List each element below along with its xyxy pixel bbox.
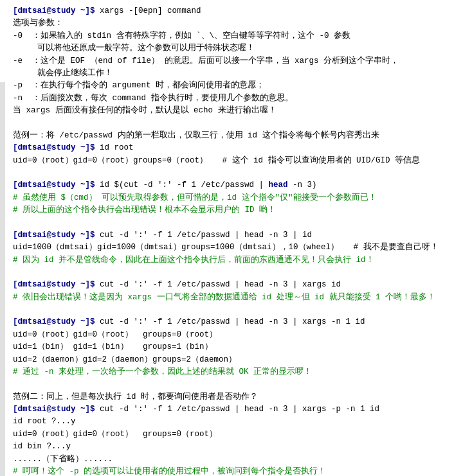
- line-3: -0 ：如果输入的 stdin 含有特殊字符，例如 `、\、空白键等等字符时，这…: [13, 30, 466, 42]
- line-8: -n ：后面接次数，每次 command 指令执行时，要使用几个参数的意思。: [13, 93, 466, 105]
- line-18: [dmtsai@study ~]$ cut -d ':' -f 1 /etc/p…: [13, 279, 466, 291]
- terminal-content: [dmtsai@study ~]$ xargs -[0epn] command …: [13, 5, 466, 476]
- cmd-1: xargs -[0epn] command: [100, 6, 201, 15]
- section-2: 范例一：将 /etc/passwd 内的第一栏取出，仅取三行，使用 id 这个指…: [13, 130, 466, 142]
- line-15: [dmtsai@study ~]$ cut -d ':' -f 1 /etc/p…: [13, 229, 466, 242]
- cmd-5: cut -d ':' -f 1 /etc/passwd | head -n 3 …: [100, 280, 341, 289]
- line-21: uid=0（root）gid=0（root） groups=0（root）: [13, 329, 466, 341]
- cmd-2: id root: [100, 143, 134, 152]
- prompt-6: [dmtsai@study ~]$: [13, 317, 100, 326]
- line-20: [dmtsai@study ~]$ cut -d ':' -f 1 /etc/p…: [13, 316, 466, 328]
- line-5: -e ：这个是 EOF （end of file） 的意思。后面可以接一个字串，…: [13, 55, 466, 67]
- cmd-7: cut -d ':' -f 1 /etc/passwd | head -n 3 …: [100, 405, 379, 414]
- prompt-5: [dmtsai@study ~]$: [13, 280, 100, 289]
- line-17: # 因为 id 并不是管线命令，因此在上面这个指令执行后，前面的东西通通不见！只…: [13, 254, 466, 267]
- line-13: # 虽然使用 $（cmd） 可以预先取得参数，但可惜的是，id 这个指令"仅"能…: [13, 192, 466, 204]
- line-27: uid=0（root）gid=0（root） groups=0（root）: [13, 428, 466, 441]
- cmd-6: cut -d ':' -f 1 /etc/passwd | head -n 3 …: [100, 317, 365, 326]
- prompt-2: [dmtsai@study ~]$: [13, 143, 100, 152]
- blank-3: [13, 216, 466, 229]
- line-29: ......（下省略）......: [13, 454, 466, 466]
- line-9: 当 xargs 后面没有接任何的指令时，默认是以 echo 来进行输出喔！: [13, 105, 466, 117]
- line-28: id bin ?...y: [13, 441, 466, 453]
- line-7: -p ：在执行每个指令的 argument 时，都会询问使用者的意愿；: [13, 80, 466, 92]
- blank-4: [13, 267, 466, 279]
- line-16: uid=1000（dmtsai）gid=1000（dmtsai）groups=1…: [13, 242, 466, 254]
- terminal-window: [dmtsai@study ~]$ xargs -[0epn] command …: [0, 0, 472, 476]
- line-19: # 依旧会出现错误！这是因为 xargs 一口气将全部的数据通通给 id 处理～…: [13, 292, 466, 304]
- line-23: uid=2（daemon）gid=2（daemon）groups=2（daemo…: [13, 354, 466, 366]
- cmd-3: id $(cut -d ':' -f 1 /etc/passwd | head …: [100, 181, 317, 190]
- line-2: 选项与参数：: [13, 17, 466, 30]
- line-26: id root ?...y: [13, 416, 466, 428]
- line-12: [dmtsai@study ~]$ id $(cut -d ':' -f 1 /…: [13, 179, 466, 191]
- section-label-1: 选项与参数：: [13, 19, 63, 28]
- line-24: # 通过 -n 来处理，一次给予一个参数，因此上述的结果就 OK 正常的显示啰！: [13, 366, 466, 378]
- line-14: # 所以上面的这个指令执行会出现错误！根本不会显示用户的 ID 哟！: [13, 204, 466, 216]
- prompt-1: [dmtsai@study ~]$: [13, 6, 100, 15]
- prompt-3: [dmtsai@study ~]$: [13, 181, 100, 190]
- line-10: [dmtsai@study ~]$ id root: [13, 142, 466, 154]
- line-1: [dmtsai@study ~]$ xargs -[0epn] command: [13, 5, 466, 17]
- line-30: # 呵呵！这个 -p 的选项可以让使用者的使用过程中，被询问到每个指令是否执行！: [13, 466, 466, 476]
- line-11: uid=0（root）gid=0（root）groups=0（root） # 这…: [13, 155, 466, 167]
- section-3: 范例二：同上，但是每次执行 id 时，都要询问使用者是否动作？: [13, 391, 466, 403]
- scrollbar[interactable]: [0, 82, 5, 477]
- prompt-4: [dmtsai@study ~]$: [13, 231, 100, 240]
- prompt-7: [dmtsai@study ~]$: [13, 405, 100, 414]
- blank-6: [13, 378, 466, 391]
- line-22: uid=1（bin） gid=1（bin） groups=1（bin）: [13, 341, 466, 353]
- cmd-4: cut -d ':' -f 1 /etc/passwd | head -n 3 …: [100, 231, 312, 240]
- blank-2: [13, 167, 466, 179]
- blank-5: [13, 304, 466, 316]
- blank-1: [13, 117, 466, 129]
- line-6: 就会停止继续工作！: [13, 67, 466, 80]
- line-25: [dmtsai@study ~]$ cut -d ':' -f 1 /etc/p…: [13, 403, 466, 416]
- line-4: 可以将他还原成一般字符。这个参数可以用于特殊状态喔！: [13, 42, 466, 55]
